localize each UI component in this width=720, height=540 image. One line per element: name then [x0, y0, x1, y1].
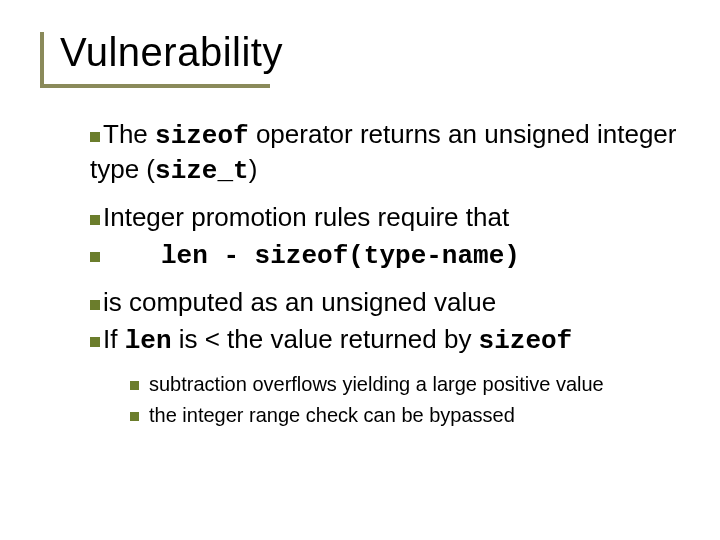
slide-title: Vulnerability [60, 30, 283, 75]
code-span: len [125, 326, 172, 356]
square-bullet-icon [90, 337, 100, 347]
bullet-item: The sizeof operator returns an unsigned … [90, 118, 680, 187]
text: Integer promotion rules require that [103, 202, 509, 232]
code-span: sizeof [155, 121, 249, 151]
code-span: sizeof [479, 326, 573, 356]
text: is < the value returned by [171, 324, 478, 354]
text: subtraction overflows yielding a large p… [149, 373, 604, 395]
title-rule-vertical [40, 32, 44, 88]
code-span: size_t [155, 156, 249, 186]
sub-bullet-item: subtraction overflows yielding a large p… [130, 371, 680, 398]
square-bullet-icon [90, 132, 100, 142]
text: The [103, 119, 155, 149]
text: If [103, 324, 125, 354]
sub-bullet-item: the integer range check can be bypassed [130, 402, 680, 429]
square-bullet-icon [90, 300, 100, 310]
bullet-item-code-line: len - sizeof(type-name) [90, 238, 680, 273]
square-bullet-icon [130, 381, 139, 390]
bullet-item: is computed as an unsigned value [90, 286, 680, 319]
square-bullet-icon [90, 215, 100, 225]
slide: Vulnerability The sizeof operator return… [0, 0, 720, 540]
square-bullet-icon [130, 412, 139, 421]
text: ) [249, 154, 258, 184]
bullet-item: If len is < the value returned by sizeof [90, 323, 680, 358]
bullet-item: Integer promotion rules require that [90, 201, 680, 234]
code-span: len - sizeof(type-name) [161, 241, 520, 271]
slide-body: The sizeof operator returns an unsigned … [90, 118, 680, 433]
square-bullet-icon [90, 252, 100, 262]
text: the integer range check can be bypassed [149, 404, 515, 426]
title-rule-horizontal [40, 84, 270, 88]
text: is computed as an unsigned value [103, 287, 496, 317]
